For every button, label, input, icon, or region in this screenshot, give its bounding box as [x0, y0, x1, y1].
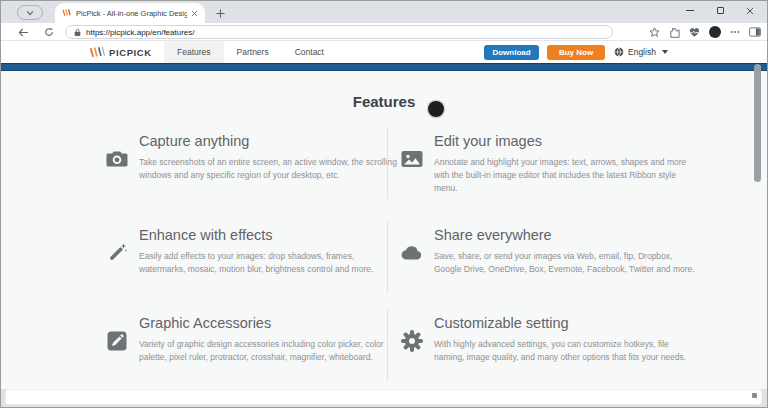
maximize-button[interactable]	[705, 1, 735, 20]
feature-edit-your-images: Edit your images Annotate and highlight …	[387, 127, 694, 199]
feature-description: Variety of graphic design accessories in…	[139, 338, 397, 364]
image-icon	[400, 147, 424, 171]
browser-essentials-heart-icon[interactable]	[689, 27, 700, 38]
minimize-button[interactable]	[675, 1, 705, 20]
feature-customizable-setting: Customizable setting With highly advance…	[387, 309, 694, 381]
feature-graphic-accessories: Graphic Accessories Variety of graphic d…	[97, 309, 387, 381]
maximize-icon	[717, 7, 724, 14]
minimize-icon	[686, 10, 694, 11]
feature-enhance-with-effects: Enhance with effects Easily add effects …	[97, 221, 387, 293]
page-title: Features	[1, 93, 767, 110]
browser-window: PicPick - All-in-one Graphic Desig https…	[0, 0, 768, 408]
feature-title: Enhance with effects	[139, 227, 387, 243]
gear-icon	[400, 329, 424, 353]
click-indicator-dot	[428, 101, 444, 117]
plus-icon	[216, 9, 225, 18]
download-button[interactable]: Download	[484, 45, 539, 60]
brand-name: PICPICK	[109, 47, 152, 58]
scrollbar-thumb[interactable]	[754, 64, 761, 182]
site-header: PICPICK Features Partners Contact Downlo…	[1, 41, 767, 63]
more-options-icon[interactable]	[730, 30, 740, 34]
buy-now-button[interactable]: Buy Now	[547, 45, 605, 60]
feature-description: Take screenshots of an entire screen, an…	[139, 156, 397, 182]
extensions-puzzle-icon[interactable]	[669, 27, 680, 38]
features-row-1: Capture anything Take screenshots of an …	[97, 127, 694, 199]
sidebar-toggle-icon[interactable]	[749, 27, 761, 37]
refresh-icon	[44, 27, 54, 37]
window-controls	[675, 1, 765, 20]
feature-share-everywhere: Share everywhere Save, share, or send yo…	[387, 221, 694, 293]
pencil-icon	[105, 329, 129, 353]
feature-title: Edit your images	[434, 133, 694, 149]
nav-item-contact[interactable]: Contact	[282, 41, 337, 63]
toolbar-icons	[649, 23, 761, 41]
globe-icon	[614, 47, 624, 57]
features-row-3: Graphic Accessories Variety of graphic d…	[97, 309, 694, 381]
feature-title: Graphic Accessories	[139, 315, 387, 331]
tab-close-icon[interactable]	[191, 10, 198, 17]
favorites-star-icon[interactable]	[649, 27, 660, 38]
feature-title: Share everywhere	[434, 227, 694, 243]
chevron-down-icon	[662, 50, 668, 54]
lock-icon	[74, 28, 81, 37]
nav-item-features[interactable]: Features	[164, 41, 224, 63]
feature-description: Easily add effects to your images: drop …	[139, 250, 397, 276]
feature-title: Customizable setting	[434, 315, 694, 331]
feature-title: Capture anything	[139, 133, 387, 149]
camera-icon	[105, 147, 129, 171]
url-text: https://picpick.app/en/features/	[86, 28, 195, 37]
next-section-card	[5, 389, 762, 405]
picpick-logo-icon	[89, 46, 105, 59]
address-bar-row: https://picpick.app/en/features/	[1, 23, 767, 41]
feature-capture-anything: Capture anything Take screenshots of an …	[97, 127, 387, 199]
feature-description: With highly advanced settings, you can c…	[434, 338, 696, 364]
language-selector[interactable]: English	[614, 41, 668, 63]
header-divider-banner	[1, 63, 767, 71]
scrollbar-end-cap	[752, 393, 757, 398]
magic-wand-icon	[105, 241, 129, 265]
language-label: English	[628, 47, 656, 57]
picpick-favicon	[62, 8, 72, 18]
feature-description: Annotate and highlight your images: text…	[434, 156, 696, 194]
chevron-down-icon	[26, 9, 34, 17]
refresh-button[interactable]	[41, 23, 57, 41]
profile-avatar[interactable]	[709, 26, 721, 38]
back-arrow-icon	[18, 28, 29, 37]
back-button[interactable]	[15, 23, 31, 41]
nav-item-partners[interactable]: Partners	[224, 41, 282, 63]
tab-title: PicPick - All-in-one Graphic Desig	[76, 9, 187, 18]
tab-search-button[interactable]	[17, 5, 43, 20]
picpick-logo[interactable]: PICPICK	[89, 41, 152, 63]
cloud-icon	[400, 241, 424, 265]
features-row-2: Enhance with effects Easily add effects …	[97, 221, 694, 293]
url-bar[interactable]: https://picpick.app/en/features/	[65, 25, 613, 39]
main-nav: Features Partners Contact	[164, 41, 337, 63]
close-icon	[746, 7, 754, 15]
feature-description: Save, share, or send your images via Web…	[434, 250, 696, 276]
tab-strip: PicPick - All-in-one Graphic Desig	[1, 1, 767, 23]
new-tab-button[interactable]	[213, 6, 227, 20]
features-page: Features Capture anything Take screensho…	[1, 71, 767, 389]
close-button[interactable]	[735, 1, 765, 20]
browser-tab[interactable]: PicPick - All-in-one Graphic Desig	[55, 3, 205, 23]
